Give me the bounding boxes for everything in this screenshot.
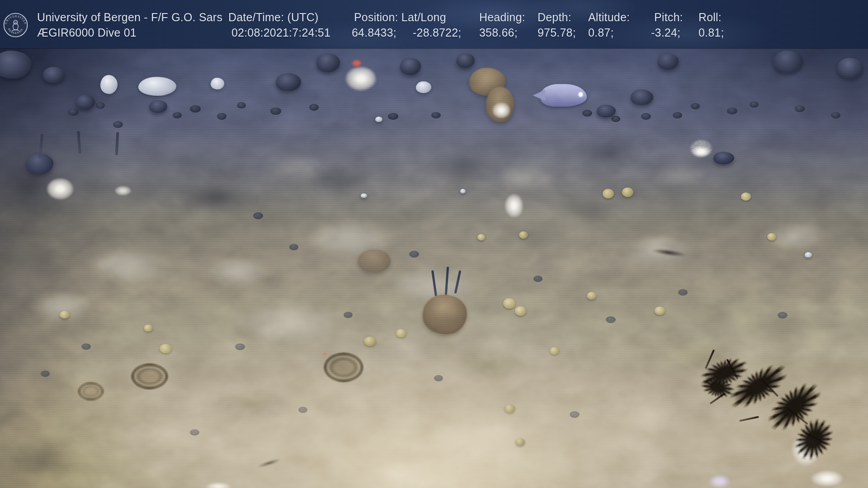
scene-feature-sponge (806, 468, 849, 488)
scene-feature-ball (550, 347, 559, 355)
roll-label: Roll: (698, 11, 722, 24)
scene-feature-rock (597, 105, 616, 117)
scene-feature-reddot (322, 352, 328, 356)
scene-feature-mound (423, 295, 467, 334)
scene-feature-stone (460, 189, 466, 193)
position-lat-value: 64.8433; (352, 26, 396, 39)
scene-feature-rock (76, 95, 95, 109)
scene-feature-pdw (434, 343, 542, 389)
scene-feature-pebble (611, 116, 620, 122)
pitch-value: -3.24; (651, 26, 680, 39)
scene-feature-pebble (237, 102, 246, 108)
scene-feature-rock (457, 53, 475, 68)
scene-feature-pebble (190, 105, 201, 113)
scene-feature-pebble (96, 102, 105, 109)
scene-feature-ring (131, 363, 168, 389)
scene-feature-pebble (409, 251, 419, 258)
scene-feature-pebble (113, 121, 123, 128)
scene-feature-pebble (582, 110, 592, 117)
heading-label: Heading: (479, 11, 525, 24)
scene-feature-pl (108, 409, 226, 459)
scene-feature-stone (100, 75, 118, 94)
scene-feature-stone (375, 117, 382, 122)
scene-feature-pebble (750, 101, 759, 108)
dive-title: ÆGIR6000 Dive 01 (37, 26, 137, 39)
rov-video-frame: UNIVERSITAS BERGENSIS University of Berg… (0, 0, 868, 488)
scene-feature-rock (400, 58, 421, 75)
scene-feature-stone (361, 193, 367, 198)
scene-feature-pebble (641, 113, 651, 120)
scene-feature-pd (558, 133, 653, 172)
scene-feature-pd (0, 429, 95, 488)
scene-feature-pebble (298, 407, 307, 413)
scene-feature-pebble (533, 276, 542, 282)
scene-feature-pebble (344, 312, 353, 318)
altitude-value: 0.87; (588, 26, 614, 39)
position-label: Position: Lat/Long (354, 11, 446, 24)
scene-feature-pl (212, 291, 362, 352)
scene-feature-ball (767, 233, 776, 240)
pitch-label: Pitch: (654, 11, 683, 24)
scene-feature-pebble (41, 371, 50, 377)
scene-feature-pebble (795, 105, 805, 112)
scene-feature-pebble (81, 343, 91, 350)
scene-feature-sponge (502, 190, 526, 221)
scene-feature-spike (739, 416, 759, 422)
scene-feature-pebble (388, 113, 398, 120)
scene-feature-pebble (217, 113, 226, 120)
scene-feature-rock (773, 51, 803, 73)
scene-feature-pl (283, 210, 414, 267)
scene-feature-ball (655, 306, 665, 315)
scene-feature-ball (364, 337, 376, 346)
scene-feature-rock (713, 152, 734, 164)
scene-feature-lav (705, 472, 734, 488)
scene-feature-pebble (235, 343, 245, 350)
scene-feature-ball (505, 404, 515, 413)
roll-value: 0.81; (698, 26, 724, 39)
scene-feature-mound (358, 249, 391, 273)
scene-feature-sponge (202, 481, 235, 488)
scene-feature-pebble (673, 112, 682, 118)
scene-feature-pebble (431, 112, 441, 118)
scene-feature-stalk (115, 132, 119, 155)
scene-feature-ball (396, 329, 406, 338)
scene-feature-pebble (727, 108, 737, 114)
depth-label: Depth: (538, 11, 571, 24)
scene-feature-pebble (253, 212, 263, 219)
scene-feature-ball (503, 298, 515, 309)
scene-feature-sponge (112, 184, 134, 197)
scene-feature-ring (324, 352, 363, 382)
altitude-label: Altitude: (588, 11, 630, 24)
scene-feature-ball (603, 189, 614, 198)
scene-feature-stone (805, 252, 812, 258)
scene-feature-pebble (190, 429, 199, 436)
scene-feature-pebble (678, 289, 688, 296)
scene-feature-ball (144, 324, 153, 332)
heading-value: 358.66; (479, 26, 518, 39)
scene-feature-pl (748, 215, 843, 258)
scene-feature-ball (515, 438, 525, 446)
scene-feature-ball (160, 344, 172, 353)
scene-feature-pebble (831, 112, 840, 118)
scene-feature-pd (554, 193, 631, 227)
datetime-value: 02:08:2021:7:24:51 (231, 26, 330, 39)
scene-feature-anemred (349, 58, 364, 69)
scene-feature-pl (484, 159, 570, 197)
scene-feature-rock (43, 67, 65, 83)
scene-feature-pl (312, 447, 502, 488)
scene-feature-pl (642, 159, 719, 193)
scene-feature-ball (515, 306, 526, 316)
scene-feature-pl (68, 239, 190, 291)
scene-feature-pebble (778, 312, 788, 319)
scene-feature-ring (78, 382, 104, 401)
scene-feature-pl (14, 285, 108, 328)
scene-feature-ball (60, 311, 70, 319)
scene-feature-pebble (434, 375, 443, 381)
vessel-title: University of Bergen - F/F G.O. Sars (37, 11, 222, 24)
scene-feature-rock (837, 58, 863, 79)
scene-feature-rock (276, 73, 301, 91)
scene-feature-pl (246, 145, 341, 188)
scene-feature-ball (477, 234, 485, 240)
scene-feature-stone (211, 78, 224, 89)
scene-feature-pebble (570, 411, 580, 418)
